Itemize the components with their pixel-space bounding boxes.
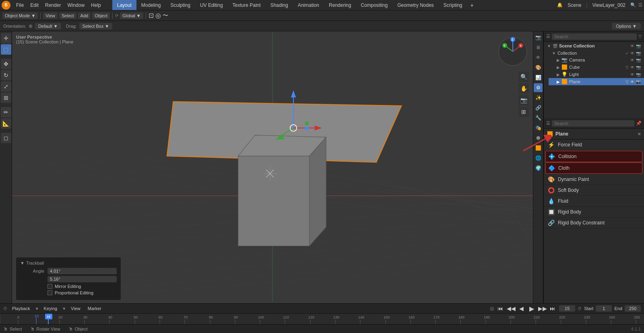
render-icon[interactable]: 📷 <box>534 33 543 42</box>
scene-icon[interactable]: 🌐 <box>534 154 543 162</box>
camera-button[interactable]: 📷 <box>518 95 529 105</box>
particles-icon[interactable]: ✨ <box>534 93 543 102</box>
outliner-light-item[interactable]: ▶ 💡 Light 👁 📷 <box>549 71 644 78</box>
jump-start-btn[interactable]: ⏮ <box>496 305 504 312</box>
camera-eye-btn[interactable]: 👁 <box>630 58 634 62</box>
output-icon[interactable]: 🖥 <box>534 43 543 52</box>
material-icon[interactable]: 🎭 <box>534 123 543 132</box>
light-eye-btn[interactable]: 👁 <box>630 72 634 77</box>
outliner-filter-icon[interactable]: ▽ <box>638 34 642 39</box>
world-icon[interactable]: 🌍 <box>534 164 543 173</box>
navigation-gizmo[interactable]: X Y Z <box>497 35 529 68</box>
menu-file[interactable]: File <box>13 2 27 9</box>
ortho-button[interactable]: ⊞ <box>518 107 529 117</box>
menu-render[interactable]: Render <box>42 2 64 9</box>
tab-scripting[interactable]: Scripting <box>439 0 467 10</box>
physics-icon[interactable]: ⚙ <box>534 83 543 92</box>
mirror-editing-checkbox[interactable] <box>47 284 52 289</box>
menu-window[interactable]: Window <box>64 2 88 9</box>
proportional-icon[interactable]: ◎ <box>155 12 161 19</box>
pan-button[interactable]: ✋ <box>518 83 529 94</box>
proportional-editing-checkbox[interactable] <box>47 290 52 295</box>
viewlayer-name[interactable]: ViewLayer_002 <box>590 2 628 9</box>
view-menu[interactable]: View <box>43 12 58 19</box>
tab-uv-editing[interactable]: UV Editing <box>195 0 228 10</box>
mode-dropdown[interactable]: Object Mode ▼ <box>2 12 38 19</box>
timeline-view-menu[interactable]: View <box>68 305 83 312</box>
plane-render-btn[interactable]: 📷 <box>636 80 641 84</box>
drag-dropdown[interactable]: Select Box ▼ <box>79 23 113 29</box>
physics-rigid-body[interactable]: 🔲 Rigid Body <box>544 207 644 218</box>
tab-texture-paint[interactable]: Texture Paint <box>228 0 266 10</box>
annotate-tool[interactable]: ✏ <box>1 107 11 117</box>
keying-menu[interactable]: Keying <box>41 305 60 312</box>
outliner-search-input[interactable] <box>552 33 637 40</box>
physics-collision[interactable]: 💠 Collision <box>545 151 642 162</box>
tab-compositing[interactable]: Compositing <box>356 0 392 10</box>
move-tool[interactable]: ✥ <box>1 59 11 69</box>
add-workspace-button[interactable]: + <box>467 1 477 9</box>
outliner-camera-item[interactable]: ▶ 📷 Camera 👁 📷 <box>549 56 644 64</box>
menu-help[interactable]: Help <box>88 2 104 9</box>
light-render-btn[interactable]: 📷 <box>636 72 641 77</box>
zoom-in-button[interactable]: 🔍 <box>518 72 529 82</box>
add-menu[interactable]: Add <box>78 12 91 19</box>
select-menu[interactable]: Select <box>59 12 76 19</box>
physics-cloth[interactable]: 🔷 Cloth <box>545 162 642 174</box>
3d-viewport[interactable]: User Perspective (15) Scene Collection |… <box>12 31 533 303</box>
angle-value-1[interactable]: 4.01° <box>47 268 117 274</box>
prev-keyframe-btn[interactable]: ◀ <box>517 305 525 312</box>
modifiers-icon[interactable]: 🔧 <box>534 113 543 122</box>
cube-filter-icon[interactable]: ▽ <box>625 65 629 70</box>
end-frame-input[interactable]: 250 <box>625 305 641 312</box>
jump-end-btn[interactable]: ⏭ <box>549 305 557 312</box>
physics-force-field[interactable]: ⚡ Force Field <box>544 140 644 150</box>
physics-fluid[interactable]: 💧 Fluid <box>544 196 644 207</box>
physics-rigid-body-constraint[interactable]: 🔗 Rigid Body Constraint <box>544 218 644 228</box>
angle-value-2[interactable]: 5.16° <box>47 276 117 282</box>
collection-row[interactable]: ▼ Collection ✓ 👁 📷 <box>549 50 644 56</box>
snap-icon[interactable]: ⊡ <box>149 12 154 19</box>
transform-global[interactable]: Global ▼ <box>120 12 143 19</box>
outliner-cube-item[interactable]: ▶ 🟧 Cube ▽ 👁 📷 <box>549 64 644 71</box>
marker-menu[interactable]: Marker <box>85 305 104 312</box>
prev-frame-btn[interactable]: ◀◀ <box>507 305 515 312</box>
select-tool[interactable]: ⬚ <box>1 44 11 55</box>
extra-icon[interactable]: 〜 <box>163 12 168 19</box>
properties-pin-icon[interactable]: 📌 <box>636 121 642 126</box>
viewport-options[interactable]: Options ▼ <box>612 23 641 29</box>
properties-close-icon[interactable]: ✕ <box>638 132 641 136</box>
playback-menu[interactable]: Playback <box>10 305 33 312</box>
object-menu[interactable]: Object <box>92 12 110 19</box>
properties-search-input[interactable] <box>552 120 634 127</box>
menu-edit[interactable]: Edit <box>27 2 42 9</box>
add-cube-tool[interactable]: ◻ <box>1 133 11 143</box>
cube-render-btn[interactable]: 📷 <box>636 65 641 70</box>
constraints-icon[interactable]: 🔗 <box>534 103 543 112</box>
object-icon[interactable]: 🟧 <box>534 144 543 152</box>
scene-eye-icon[interactable]: 👁 <box>630 44 634 48</box>
physics-soft-body[interactable]: ⭕ Soft Body <box>544 185 644 196</box>
plane-filter-icon[interactable]: ▽ <box>625 80 629 84</box>
plane-eye-btn[interactable]: 👁 <box>630 80 634 84</box>
cursor-tool[interactable]: ✛ <box>1 33 11 43</box>
tab-rendering[interactable]: Rendering <box>324 0 356 10</box>
physics-dynamic-paint[interactable]: 🎨 Dynamic Paint <box>544 174 644 185</box>
next-keyframe-btn[interactable]: ▶▶ <box>538 305 546 312</box>
scene-name[interactable]: Scene <box>565 2 584 9</box>
tab-layout[interactable]: Layout <box>112 0 136 10</box>
tab-sculpting[interactable]: Sculpting <box>166 0 195 10</box>
tab-geometry-nodes[interactable]: Geometry Nodes <box>392 0 439 10</box>
transform-tool[interactable]: ⊞ <box>1 92 11 103</box>
tab-animation[interactable]: Animation <box>293 0 324 10</box>
rotate-tool[interactable]: ↻ <box>1 70 11 80</box>
view-icon[interactable]: 👁 <box>534 53 543 62</box>
tab-shading[interactable]: Shading <box>266 0 293 10</box>
cube-eye-btn[interactable]: 👁 <box>630 65 634 70</box>
current-frame-display[interactable]: 15 <box>559 305 575 312</box>
collection-expand-icon[interactable]: ▼ <box>547 44 551 48</box>
tab-modeling[interactable]: Modeling <box>136 0 166 10</box>
play-btn[interactable]: ▶ <box>528 305 536 312</box>
camera-render-btn[interactable]: 📷 <box>636 58 641 62</box>
scale-tool[interactable]: ⤢ <box>1 81 11 92</box>
